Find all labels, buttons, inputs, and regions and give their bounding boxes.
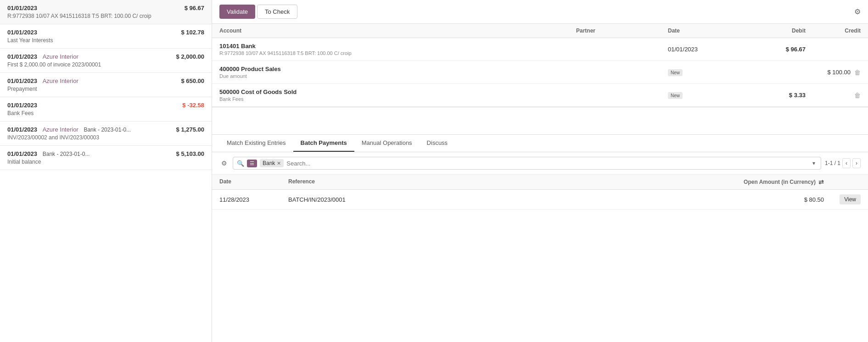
pagination: 1-1 / 1 ‹ ›	[825, 158, 861, 168]
search-icon: 🔍	[237, 160, 244, 167]
account-name: 400000 Product Sales	[219, 66, 576, 72]
main-account-cell: 101401 Bank R:9772938 10/07 AX 941511631…	[219, 43, 576, 56]
new-badge: New	[668, 92, 683, 99]
pagination-info: 1-1 / 1	[825, 160, 840, 166]
credit-amount: $ 100.00	[827, 69, 851, 76]
validate-button[interactable]: Validate	[219, 5, 255, 19]
transaction-amount: $ 1,275.00	[176, 126, 204, 133]
transaction-amount: $ 2,000.00	[176, 53, 204, 60]
transaction-item[interactable]: 01/01/2023 Azure Interior Bank - 2023-01…	[0, 121, 212, 146]
account-sub: Due amount	[219, 73, 576, 79]
search-input-wrapper: 🔍 ☰ Bank ✕ ▾	[233, 157, 821, 170]
main-debit-cell: $ 96.67	[737, 46, 806, 53]
toolbar-buttons: Validate To Check	[219, 5, 297, 19]
transaction-amount: $ 5,103.00	[176, 150, 204, 157]
transaction-date: 01/01/2023	[7, 150, 37, 157]
row-open-amount: $ 80.50	[732, 196, 824, 203]
transaction-amount: $ 650.00	[181, 77, 204, 84]
transaction-ref: Bank - 2023-01-0...	[84, 127, 131, 133]
row-reference: BATCH/IN/2023/0001	[288, 196, 732, 203]
delete-icon[interactable]: 🗑	[854, 69, 861, 76]
col-action-header	[824, 178, 861, 186]
date-cell: New	[668, 92, 737, 99]
transaction-partner: Azure Interior	[43, 77, 78, 84]
main-date-cell: 01/01/2023	[668, 46, 737, 53]
search-bar: ⚙ 🔍 ☰ Bank ✕ ▾ 1-1 / 1 ‹ ›	[212, 152, 868, 175]
transaction-item[interactable]: 01/01/2023 $ 96.67 R:9772938 10/07 AX 94…	[0, 0, 212, 24]
transaction-date: 01/01/2023	[7, 77, 37, 84]
right-panel: Validate To Check ⚙ Account Partner Date…	[212, 0, 868, 342]
table-row: 11/28/2023 BATCH/IN/2023/0001 $ 80.50 Vi…	[212, 190, 868, 210]
transaction-date: 01/01/2023	[7, 126, 37, 133]
journal-row: 500000 Cost of Goods Sold Bank Fees New …	[212, 84, 868, 107]
journal-row: 400000 Product Sales Due amount New $ 10…	[212, 61, 868, 84]
results-table: Date Reference Open Amount (in Currency)…	[212, 175, 868, 342]
transaction-date: 01/01/2023	[7, 53, 37, 60]
filter-tag-close[interactable]: ✕	[277, 160, 281, 166]
account-cell: 400000 Product Sales Due amount	[219, 66, 576, 79]
account-name: 500000 Cost of Goods Sold	[219, 88, 576, 95]
tab-manual-operations[interactable]: Manual Operations	[354, 135, 420, 152]
main-account-desc: R:9772938 10/07 AX 9415116318 T:5 BRT: 1…	[219, 50, 576, 56]
transaction-item[interactable]: 01/01/2023 Azure Interior $ 650.00 Prepa…	[0, 73, 212, 97]
tab-match-existing[interactable]: Match Existing Entries	[219, 135, 293, 152]
filter-tag-label: Bank	[263, 160, 275, 166]
credit-cell: 🗑	[806, 92, 861, 99]
adjust-icon[interactable]: ⇄	[818, 178, 824, 186]
delete-icon[interactable]: 🗑	[854, 92, 861, 99]
bottom-section: Match Existing Entries Batch Payments Ma…	[212, 135, 868, 342]
transaction-desc: R:9772938 10/07 AX 9415116318 T:5 BRT: 1…	[7, 13, 204, 19]
transaction-desc: First $ 2,000.00 of invoice 2023/00001	[7, 61, 204, 68]
settings-icon[interactable]: ⚙	[854, 7, 861, 16]
tabs-bar: Match Existing Entries Batch Payments Ma…	[212, 135, 868, 152]
tab-discuss[interactable]: Discuss	[420, 135, 455, 152]
transaction-amount: $ -32.58	[182, 102, 204, 109]
journal-main-row: 101401 Bank R:9772938 10/07 AX 941511631…	[212, 38, 868, 61]
transaction-list: 01/01/2023 $ 96.67 R:9772938 10/07 AX 94…	[0, 0, 212, 342]
view-button[interactable]: View	[840, 194, 861, 204]
tab-batch-payments[interactable]: Batch Payments	[293, 135, 354, 152]
results-table-header: Date Reference Open Amount (in Currency)…	[212, 175, 868, 190]
gear-settings-button[interactable]: ⚙	[219, 158, 229, 169]
account-sub: Bank Fees	[219, 96, 576, 102]
transaction-desc: Last Year Interests	[7, 37, 204, 44]
col-date-header: Date	[219, 178, 288, 186]
journal-table-header: Account Partner Date Debit Credit	[212, 24, 868, 38]
transaction-desc: INV/2023/00002 and INV/2023/00003	[7, 134, 204, 141]
debit-cell: $ 3.33	[737, 92, 806, 99]
journal-table: Account Partner Date Debit Credit 101401…	[212, 24, 868, 107]
filter-tag: Bank ✕	[260, 159, 284, 167]
transaction-amount: $ 96.67	[185, 5, 204, 11]
credit-cell: $ 100.00 🗑	[806, 69, 861, 76]
new-badge: New	[668, 69, 683, 76]
tocheck-button[interactable]: To Check	[257, 5, 297, 19]
next-page-button[interactable]: ›	[852, 158, 861, 168]
transaction-item[interactable]: 01/01/2023 Bank - 2023-01-0... $ 5,103.0…	[0, 146, 212, 170]
transaction-date: 01/01/2023	[7, 5, 37, 11]
col-open-amount-header: Open Amount (in Currency) ⇄	[732, 178, 824, 186]
transaction-desc: Bank Fees	[7, 110, 204, 116]
transaction-desc: Initial balance	[7, 159, 204, 165]
transaction-date: 01/01/2023	[7, 29, 37, 36]
col-debit: Debit	[737, 28, 806, 34]
main-account-name: 101401 Bank	[219, 43, 576, 50]
search-input[interactable]	[286, 160, 808, 167]
spacer	[212, 107, 868, 135]
transaction-item[interactable]: 01/01/2023 Azure Interior $ 2,000.00 Fir…	[0, 49, 212, 73]
row-date: 11/28/2023	[219, 196, 288, 203]
col-credit: Credit	[806, 28, 861, 34]
transaction-partner: Azure Interior	[43, 126, 78, 133]
col-reference-header: Reference	[288, 178, 732, 186]
top-toolbar: Validate To Check ⚙	[212, 0, 868, 24]
filter-button[interactable]: ☰	[247, 160, 257, 167]
account-cell: 500000 Cost of Goods Sold Bank Fees	[219, 88, 576, 102]
transaction-ref: Bank - 2023-01-0...	[43, 151, 90, 157]
transaction-date: 01/01/2023	[7, 102, 37, 109]
transaction-desc: Prepayment	[7, 86, 204, 92]
transaction-item[interactable]: 01/01/2023 $ 102.78 Last Year Interests	[0, 24, 212, 49]
col-partner: Partner	[576, 28, 668, 34]
prev-page-button[interactable]: ‹	[842, 158, 851, 168]
transaction-amount: $ 102.78	[181, 29, 204, 36]
transaction-item[interactable]: 01/01/2023 $ -32.58 Bank Fees	[0, 97, 212, 121]
dropdown-arrow-button[interactable]: ▾	[811, 159, 817, 167]
